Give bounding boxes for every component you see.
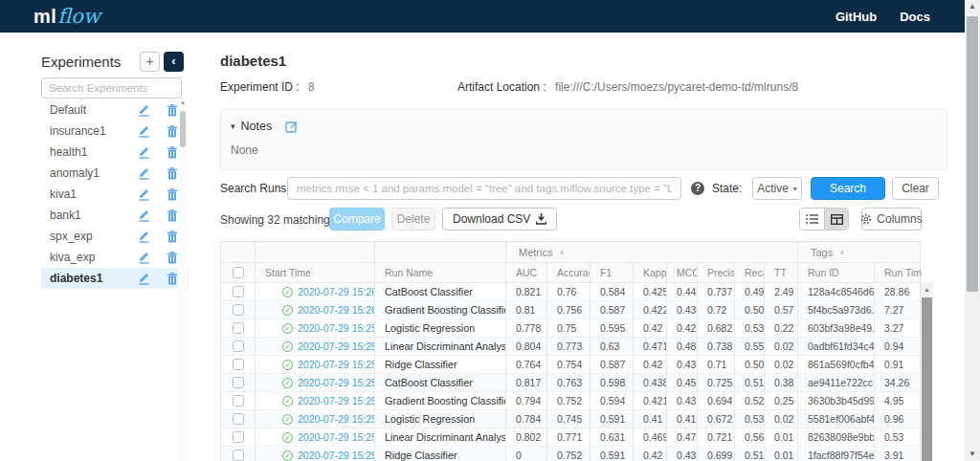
experiment-name: anomaly1	[50, 166, 123, 180]
download-csv-button[interactable]: Download CSV	[442, 208, 557, 230]
delete-experiment-icon[interactable]	[165, 209, 179, 222]
sidebar-item-kiva1[interactable]: kiva1	[41, 184, 189, 205]
edit-experiment-icon[interactable]	[137, 124, 151, 138]
github-link[interactable]: GitHub	[835, 10, 877, 24]
help-icon[interactable]: ?	[691, 182, 704, 195]
edit-experiment-icon[interactable]	[137, 209, 151, 222]
grid-view-button[interactable]	[824, 209, 848, 230]
start-time-link[interactable]: 2020-07-29 15:26:36	[298, 286, 374, 297]
col-header-recall[interactable]: Recall	[734, 263, 764, 282]
delete-experiment-icon[interactable]	[165, 252, 179, 264]
row-checkbox[interactable]	[233, 286, 244, 297]
row-checkbox[interactable]	[233, 359, 244, 370]
scrollbar-thumb[interactable]	[967, 16, 978, 292]
delete-experiment-icon[interactable]	[165, 146, 179, 159]
auc-cell: 0.817	[505, 374, 546, 391]
metrics-collapse-icon[interactable]: ‹	[560, 247, 563, 257]
select-all-checkbox[interactable]	[233, 267, 244, 278]
col-header-tt[interactable]: TT	[764, 263, 797, 282]
edit-experiment-icon[interactable]	[137, 251, 151, 264]
row-checkbox[interactable]	[233, 395, 244, 406]
sidebar-scrollbar[interactable]: ▲ ▼	[178, 99, 188, 461]
edit-experiment-icon[interactable]	[137, 187, 151, 201]
col-header-f1[interactable]: F1	[590, 263, 633, 282]
sidebar-item-diabetes1[interactable]: diabetes1	[41, 268, 189, 289]
row-checkbox[interactable]	[233, 450, 244, 461]
collapse-sidebar-button[interactable]: ‹	[164, 52, 184, 72]
col-header-precision[interactable]: Precisio	[697, 263, 734, 282]
scroll-up-icon[interactable]: ▲	[178, 99, 188, 105]
col-header-run-name[interactable]: Run Name	[374, 263, 505, 282]
start-time-link[interactable]: 2020-07-29 15:25:59	[298, 322, 374, 334]
edit-experiment-icon[interactable]	[137, 145, 151, 159]
col-header-run-time[interactable]: Run Time	[874, 263, 922, 282]
columns-button[interactable]: Columns	[861, 208, 922, 230]
mlflow-logo[interactable]: ml flow	[33, 5, 100, 28]
start-time-link[interactable]: 2020-07-29 15:25:55	[298, 340, 374, 352]
tags-collapse-icon[interactable]: ‹	[840, 247, 843, 257]
edit-experiment-icon[interactable]	[137, 272, 151, 285]
start-time-link[interactable]: 2020-07-29 15:26:07	[298, 304, 374, 316]
start-time-link[interactable]: 2020-07-29 15:25:11	[298, 450, 374, 461]
edit-experiment-icon[interactable]	[137, 166, 151, 180]
sidebar-item-Default[interactable]: Default	[41, 99, 189, 121]
delete-experiment-icon[interactable]	[165, 230, 179, 243]
search-button[interactable]: Search	[811, 177, 885, 200]
run-name-cell: Logistic Regression	[374, 410, 505, 428]
start-time-link[interactable]: 2020-07-29 15:25:18	[298, 395, 374, 406]
start-time-link[interactable]: 2020-07-29 15:25:54	[298, 359, 374, 370]
delete-experiment-icon[interactable]	[165, 104, 179, 117]
row-checkbox[interactable]	[233, 431, 244, 443]
row-checkbox[interactable]	[233, 322, 244, 334]
compare-button[interactable]: Compare	[329, 208, 385, 230]
notes-collapse-icon[interactable]: ▾	[231, 121, 235, 131]
delete-button[interactable]: Delete	[391, 208, 435, 230]
start-time-link[interactable]: 2020-07-29 15:25:53	[298, 377, 374, 388]
col-header-mcc[interactable]: MCC	[666, 263, 697, 282]
sidebar-item-health1[interactable]: health1	[41, 142, 189, 163]
scrollbar-thumb[interactable]	[180, 111, 186, 147]
sidebar-item-bank1[interactable]: bank1	[41, 205, 189, 226]
run-id-cell: 5f4bc5a973d6...	[797, 301, 874, 318]
scrollbar-thumb[interactable]	[922, 297, 932, 461]
edit-notes-icon[interactable]	[285, 121, 298, 133]
scroll-up-icon[interactable]: ▲	[965, 2, 980, 11]
run-id-cell: 5581ef006abf4...	[797, 410, 874, 428]
delete-experiment-icon[interactable]	[165, 273, 179, 285]
page-scrollbar[interactable]: ▲ ▼	[965, 0, 980, 461]
row-checkbox[interactable]	[233, 413, 244, 425]
edit-experiment-icon[interactable]	[137, 103, 151, 117]
list-view-button[interactable]	[800, 209, 824, 230]
col-header-accuracy[interactable]: Accuracy	[546, 263, 590, 282]
start-time-link[interactable]: 2020-07-29 15:25:13	[298, 413, 374, 425]
accuracy-cell: 0.756	[546, 301, 590, 318]
delete-experiment-icon[interactable]	[165, 188, 179, 201]
state-dropdown[interactable]: Active ▾	[752, 177, 802, 200]
row-checkbox[interactable]	[233, 340, 244, 352]
col-header-auc[interactable]: AUC	[505, 263, 546, 282]
search-runs-input[interactable]	[287, 177, 681, 200]
delete-experiment-icon[interactable]	[165, 167, 179, 180]
delete-experiment-icon[interactable]	[165, 125, 179, 138]
sidebar-item-anomaly1[interactable]: anomaly1	[41, 163, 189, 184]
table-scrollbar[interactable]: ▲	[921, 282, 933, 461]
col-header-kappa[interactable]: Kappa	[633, 263, 666, 282]
f1-cell: 0.631	[590, 428, 633, 446]
col-header-start-time[interactable]: Start Time	[255, 263, 374, 282]
sidebar-item-insurance1[interactable]: insurance1	[41, 121, 189, 142]
add-experiment-button[interactable]: +	[140, 52, 160, 72]
scroll-up-icon[interactable]: ▲	[921, 283, 933, 296]
search-experiments-input[interactable]	[41, 77, 182, 99]
clear-button[interactable]: Clear	[892, 177, 939, 200]
notes-header[interactable]: ▾ Notes	[221, 110, 947, 133]
start-time-link[interactable]: 2020-07-29 15:25:12	[298, 431, 374, 443]
sidebar-item-kiva_exp[interactable]: kiva_exp	[41, 247, 189, 268]
docs-link[interactable]: Docs	[900, 10, 930, 24]
sidebar-item-spx_exp[interactable]: spx_exp	[41, 226, 189, 247]
scroll-down-icon[interactable]: ▼	[965, 450, 980, 458]
row-checkbox[interactable]	[233, 304, 244, 316]
row-checkbox[interactable]	[233, 377, 244, 388]
run-id-cell: 861a569f0cfb4...	[797, 356, 874, 373]
edit-experiment-icon[interactable]	[137, 230, 151, 243]
col-header-run-id[interactable]: Run ID	[797, 263, 874, 282]
